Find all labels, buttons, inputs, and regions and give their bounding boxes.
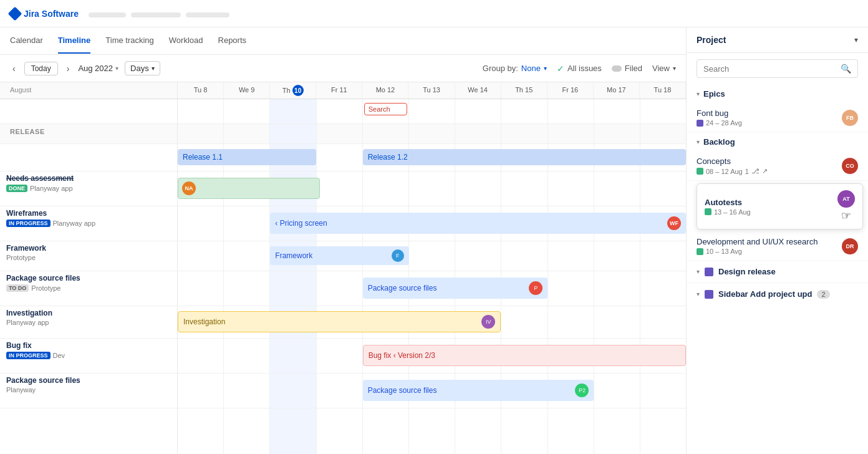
investigation-row: Investigation Planyway app — [0, 306, 686, 339]
all-issues-btn[interactable]: ✓ All issues — [557, 64, 602, 74]
font-bug-epic[interactable]: Font bug 24 – 28 Avg FB — [687, 104, 868, 132]
toolbar: ‹ Today › Aug 2022 ▾ Days ▾ Group by: No… — [0, 55, 686, 82]
needs-assessment-row: Needs assessment DONE Planyway app — [0, 171, 686, 206]
font-bug-meta: 24 – 28 Avg — [697, 119, 837, 127]
backlog-chevron-icon: ▾ — [697, 138, 700, 145]
hdr-day-we14: We 14 — [455, 82, 501, 99]
filed-toggle — [612, 65, 622, 72]
wireframes-left: Wireframes IN PROGRESS Planyway app — [0, 206, 178, 241]
main-layout: Calendar Timeline Time tracking Workload… — [0, 27, 868, 454]
font-bug-name: Font bug — [697, 109, 837, 118]
bugfix-bar-label: Bug fix ‹ Version 2/3 — [369, 351, 435, 360]
package-2-name: Package source files — [6, 376, 171, 385]
concepts-icon — [697, 168, 703, 175]
done-badge: DONE — [6, 185, 27, 192]
section-release-row: Release — [0, 124, 686, 144]
product-demo-bar[interactable]: Search — [364, 103, 407, 115]
sidebar-add-project-section[interactable]: ▾ Sidebar Add project upd 2 — [687, 283, 868, 305]
group-by-chevron: ▾ — [544, 65, 547, 72]
event-col-4: Search — [363, 99, 409, 123]
package-2-bar[interactable]: Package source files P2 — [363, 380, 594, 401]
hdr-day-fr16: Fr 16 — [547, 82, 594, 99]
logo-icon — [8, 6, 22, 21]
sidebar-title: Project — [697, 35, 726, 45]
all-issues-icon: ✓ — [557, 64, 564, 74]
sidebar-add-count: 2 — [817, 290, 829, 299]
sidebar-add-label: Sidebar Add project upd — [718, 289, 812, 299]
concepts-item[interactable]: Concepts 08 – 12 Aug 1 ⎇ ↗ CO — [687, 152, 868, 181]
event-col-9 — [594, 99, 640, 123]
event-col-10 — [640, 99, 686, 123]
framework-row: Framework Prototype — [0, 241, 686, 271]
bugfix-badge: IN PROGRESS — [6, 352, 51, 359]
concepts-name: Concepts — [697, 157, 837, 166]
logo[interactable]: Jira Software — [10, 9, 79, 19]
event-row: Search — [0, 99, 686, 124]
release-11-bar[interactable]: Release 1.1 — [178, 149, 316, 165]
backlog-section-header[interactable]: ▾ Backlog — [687, 132, 868, 152]
bugfix-bar[interactable]: Bug fix ‹ Version 2/3 — [363, 345, 686, 366]
sidebar-chevron-icon[interactable]: ▾ — [854, 36, 858, 44]
release-bars-right: Release 1.1 Release 1.2 — [178, 144, 686, 171]
release-12-bar[interactable]: Release 1.2 — [363, 149, 686, 165]
wireframes-bar[interactable]: ‹ Pricing screen WF — [270, 213, 686, 234]
todo-badge: TO DO — [6, 284, 29, 292]
hdr-day-tu18: Tu 18 — [640, 82, 686, 99]
concepts-branch-icon: ⎇ — [751, 167, 760, 175]
concepts-date: 08 – 12 Aug — [706, 168, 743, 175]
release-bars-left — [0, 144, 178, 171]
event-col-7 — [501, 99, 547, 123]
investigation-bar[interactable]: Investigation IV — [178, 311, 501, 332]
date-picker[interactable]: Aug 2022 ▾ — [78, 64, 118, 73]
next-button[interactable]: › — [64, 62, 72, 75]
epics-label: Epics — [703, 89, 725, 99]
autotests-avatar: AT — [837, 190, 855, 208]
dev-research-icon — [697, 248, 703, 255]
tab-workload[interactable]: Workload — [169, 28, 203, 54]
framework-left: Framework Prototype — [0, 241, 178, 271]
framework-bar[interactable]: Framework F — [270, 246, 408, 265]
event-col-5 — [409, 99, 455, 123]
font-bug-icon — [697, 120, 703, 127]
hdr-day-we9: We 9 — [224, 82, 270, 99]
concepts-info: Concepts 08 – 12 Aug 1 ⎇ ↗ — [697, 157, 837, 175]
wireframes-avatar: WF — [667, 216, 681, 230]
package-1-row: Package source files TO DO Prototype — [0, 271, 686, 306]
sidebar-add-icon — [705, 290, 713, 299]
design-release-chevron: ▾ — [697, 268, 700, 275]
investigation-avatar: IV — [481, 315, 495, 329]
view-btn[interactable]: View ▾ — [652, 64, 676, 73]
bugfix-row: Bug fix IN PROGRESS Dev — [0, 339, 686, 374]
package-2-right: Package source files P2 — [178, 374, 686, 408]
needs-assessment-bar[interactable]: NA — [178, 178, 320, 199]
search-box[interactable]: 🔍 — [697, 59, 858, 78]
investigation-sub: Planyway app — [6, 319, 171, 326]
search-input[interactable] — [703, 64, 837, 74]
framework-right: Framework F — [178, 241, 686, 271]
dev-research-item[interactable]: Development and UI/UX research 10 – 13 A… — [687, 232, 868, 261]
bugfix-name: Bug fix — [6, 341, 171, 350]
search-icon: 🔍 — [841, 64, 851, 74]
toolbar-right: Group by: None ▾ ✓ All issues Filed View… — [483, 64, 676, 74]
prev-button[interactable]: ‹ — [10, 62, 18, 75]
design-release-section[interactable]: ▾ Design release — [687, 261, 868, 283]
tab-timetracking[interactable]: Time tracking — [105, 28, 154, 54]
filed-label: Filed — [625, 64, 642, 73]
today-button[interactable]: Today — [24, 62, 58, 75]
framework-bar-label: Framework — [275, 251, 312, 260]
package-1-bar-label: Package source files — [368, 284, 437, 292]
autotests-popup: Autotests 13 – 16 Aug AT ☞ — [697, 183, 863, 229]
tab-calendar[interactable]: Calendar — [10, 28, 43, 54]
investigation-name: Investigation — [6, 309, 171, 317]
logo-text: Jira Software — [24, 9, 79, 19]
wireframes-sub: Planyway app — [53, 220, 96, 227]
filed-btn[interactable]: Filed — [612, 64, 642, 73]
tab-reports[interactable]: Reports — [218, 28, 247, 54]
hdr-day-mo17: Mo 17 — [594, 82, 640, 99]
package-1-bar[interactable]: Package source files P — [363, 278, 548, 299]
section-release-label: Release — [0, 124, 178, 143]
tab-timeline[interactable]: Timeline — [58, 28, 91, 54]
group-by-value[interactable]: None — [521, 64, 541, 73]
epics-section-header[interactable]: ▾ Epics — [687, 84, 868, 104]
days-picker[interactable]: Days ▾ — [125, 61, 160, 75]
